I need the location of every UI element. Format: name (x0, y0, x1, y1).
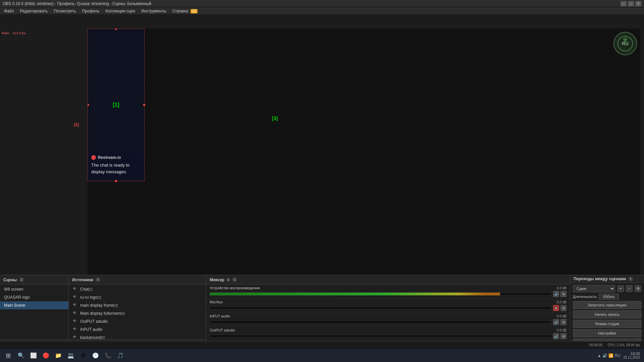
source-chat-label: Chat[1] (80, 287, 202, 292)
mixer-playback-label: Устройство воспроизведения (210, 286, 260, 290)
mixer-input-mute[interactable]: 🔊 (553, 319, 559, 325)
menu-file[interactable]: Файл (1, 8, 17, 14)
browser-button[interactable]: 🔴 (40, 350, 52, 362)
source-frame[interactable]: 👁 main display frame[3] (69, 301, 206, 309)
eye-icon-5: 👁 (73, 319, 78, 324)
chat-source-label: Restream.io (98, 155, 121, 160)
settings-button[interactable]: Настройки (573, 329, 641, 337)
scenes-panel: Сцены 3 W8 screen QUASAR logo Main Scene… (0, 275, 69, 349)
mixer-mic-mute[interactable]: 🔇 (553, 305, 559, 311)
start-record-button[interactable]: Начать запись (573, 310, 641, 318)
mixer-panel-header: Миксер ⚙ 5 (206, 275, 570, 285)
app4-button[interactable]: 📞 (102, 350, 114, 362)
label-num-2: (2) (74, 122, 79, 127)
mixer-mic-db: 0.0 dB (557, 300, 567, 304)
mixer-mic-bar (210, 306, 552, 310)
mixer-output-settings[interactable]: ⚙ (560, 333, 567, 339)
menubar: Файл Редактировать Посмотреть Профиль Ко… (0, 7, 644, 15)
menu-help[interactable]: Справка {1} (170, 8, 200, 14)
eye-icon-4: 👁 (73, 311, 78, 316)
search-button[interactable]: 🔍 (15, 350, 27, 362)
menu-view[interactable]: Посмотреть (51, 8, 78, 14)
sources-list: 👁 Chat[1] 👁 ru-ru logo[2] 👁 main display… (69, 285, 206, 339)
transitions-duration-row: Длительность (573, 294, 641, 300)
clock-area: 13:32 25.11.2016 (623, 352, 640, 359)
transitions-header: Переходы между сценами 6 (570, 275, 644, 283)
titlebar: OBS 0.16.5 (64bit, windows) - Профиль: Q… (0, 0, 644, 7)
mixer-input-settings[interactable]: ⚙ (560, 319, 567, 325)
maximize-button[interactable]: □ (628, 1, 634, 6)
transitions-badge: 6 (628, 277, 633, 281)
task-view-button[interactable]: ⬜ (28, 350, 40, 362)
menu-tools[interactable]: Инструменты (139, 8, 169, 14)
studio-mode-button[interactable]: Режим студии (573, 320, 641, 328)
mixer-badge: 5 (232, 278, 237, 282)
mixer-output-bar (210, 335, 552, 338)
close-button[interactable]: ✕ (635, 1, 641, 6)
scene-item-quasar[interactable]: QUASAR logo (0, 293, 68, 301)
taskbar: ⊞ 🔍 ⬜ 🔴 📁 💻 ⚙ 🕐 📞 🎵 ▲ 🔊 📶 RU 13:32 25.11… (0, 349, 644, 362)
sources-title: Источники (72, 278, 93, 282)
transition-type-select[interactable]: Сдвиг Затухание (573, 285, 615, 292)
source-fullscreen-label: Main display fullscreen[4] (80, 311, 202, 316)
menu-scenes[interactable]: Коллекция сцен (103, 8, 138, 14)
explorer-button[interactable]: 📁 (52, 350, 64, 362)
canvas-label-3: [3] (272, 116, 278, 121)
source-frame-label: main display frame[3] (80, 303, 202, 308)
transitions-title: Переходы между сценами (574, 277, 626, 281)
source-output-audio-label: OutPUT adudio (80, 319, 202, 324)
mixer-row-output-header: OutPUT adudio 0.0 dB (210, 328, 567, 332)
preview-labels: Файл 10:0.8 fps (2, 32, 26, 35)
source-background[interactable]: 👁 background[5] (69, 334, 206, 339)
mixer-panel: Миксер ⚙ 5 Устройство воспроизведения 0.… (206, 275, 570, 349)
restream-icon (91, 155, 96, 160)
mixer-playback-fill (210, 293, 500, 295)
source-input-audio-label: InPUT audio (80, 327, 202, 332)
duration-input[interactable] (599, 294, 619, 300)
status-cpu: CPU: 2.5%, 59.94 fps (608, 343, 640, 347)
transition-settings-btn[interactable]: ⚙ (635, 285, 641, 292)
mixer-playback-controls: 🔊 ⚙ (210, 291, 567, 297)
source-input-audio[interactable]: 👁 InPUT audio (69, 325, 206, 334)
mixer-input-db: 0.0 dB (557, 314, 567, 318)
status-time: 00:00:00 (589, 343, 602, 347)
app5-button[interactable]: 🎵 (114, 350, 126, 362)
transition-remove-btn[interactable]: − (626, 285, 633, 292)
app2-button[interactable]: ⚙ (77, 350, 89, 362)
mixer-playback-bar (210, 292, 552, 296)
source-background-label: background[5] (80, 335, 202, 339)
mixer-playback-db: 0.0 dB (557, 286, 567, 290)
mixer-output-db: 0.0 dB (557, 328, 567, 332)
transition-add-btn[interactable]: + (617, 285, 624, 292)
mixer-mic-settings[interactable]: ⚙ (560, 305, 567, 311)
menu-badge: {1} (191, 9, 197, 13)
clock-time: 13:32 (623, 352, 640, 356)
minimize-button[interactable]: — (621, 1, 627, 6)
mixer-input-label: InPUT audio (210, 314, 230, 318)
source-ruru[interactable]: 👁 ru-ru logo[2] (69, 293, 206, 301)
mixer-row-input: InPUT audio 0.0 dB 🔊 ⚙ (206, 313, 570, 327)
svg-text:RU: RU (622, 41, 629, 46)
menu-edit[interactable]: Редактировать (17, 8, 51, 14)
start-button[interactable]: ⊞ (1, 350, 15, 362)
mixer-output-controls: 🔊 ⚙ (210, 333, 567, 339)
mixer-playback-mute[interactable]: 🔊 (553, 291, 559, 297)
app1-button[interactable]: 💻 (65, 350, 77, 362)
scene-main-label: Main Scene (4, 303, 64, 308)
mixer-mic-controls: 🔇 ⚙ (210, 305, 567, 311)
scene-item-main[interactable]: Main Scene (0, 301, 68, 309)
scene-item-w8[interactable]: W8 screen (0, 285, 68, 293)
mixer-playback-settings[interactable]: ⚙ (560, 291, 567, 297)
mixer-output-mute[interactable]: 🔊 (553, 333, 559, 339)
source-output-audio[interactable]: 👁 OutPUT adudio (69, 317, 206, 325)
source-chat[interactable]: 👁 Chat[1] (69, 285, 206, 293)
mixer-settings-icon[interactable]: ⚙ (226, 278, 230, 282)
menu-profile[interactable]: Профиль (79, 8, 102, 14)
clock-date: 25.11.2016 (623, 356, 640, 359)
source-fullscreen[interactable]: 👁 Main display fullscreen[4] (69, 309, 206, 317)
start-stream-button[interactable]: Запустить трансляцию (573, 301, 641, 309)
panels-row: Сцены 3 W8 screen QUASAR logo Main Scene… (0, 275, 644, 349)
app3-button[interactable]: 🕐 (90, 350, 102, 362)
mixer-output-label: OutPUT adudio (210, 328, 235, 332)
tray-icons: ▲ 🔊 📶 RU (597, 353, 621, 358)
